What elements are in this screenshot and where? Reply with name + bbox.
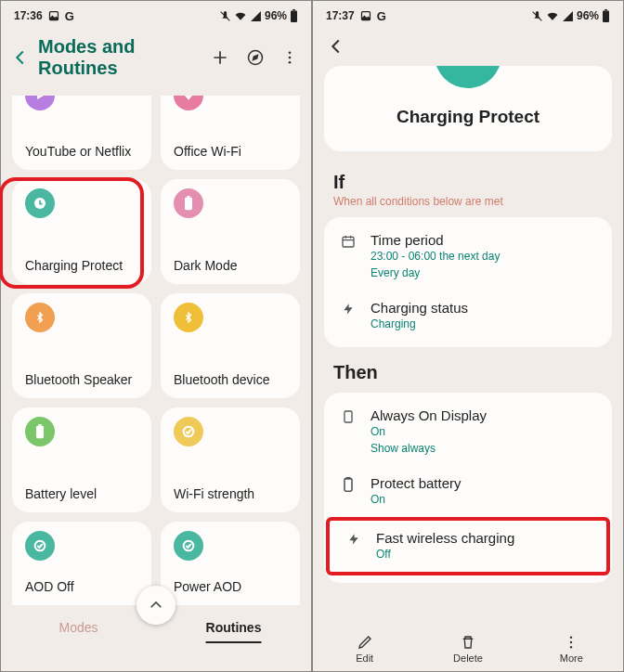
- tile-label: YouTube or Netflix: [25, 144, 138, 164]
- battery-icon: [602, 9, 610, 22]
- svg-rect-10: [38, 424, 41, 426]
- more-button[interactable]: More: [520, 627, 623, 671]
- scroll-up-button[interactable]: [136, 586, 176, 625]
- routine-tile[interactable]: AOD Off: [12, 522, 151, 605]
- svg-rect-16: [604, 9, 607, 10]
- battery-icon: [290, 9, 298, 22]
- row-line: 23:00 - 06:00 the next day: [370, 248, 597, 265]
- app-header: Modes and Routines: [1, 27, 311, 96]
- phone-right: 17:37 G 96% Charging Protect If When all…: [312, 0, 624, 672]
- svg-point-4: [289, 51, 292, 54]
- google-icon: G: [65, 9, 74, 23]
- svg-rect-19: [344, 411, 352, 422]
- action-row[interactable]: Protect battery On: [324, 466, 612, 517]
- page-title: Modes and Routines: [38, 36, 203, 79]
- discover-button[interactable]: [246, 48, 265, 67]
- delete-button[interactable]: Delete: [416, 627, 519, 671]
- tab-modes[interactable]: Modes: [1, 605, 156, 650]
- back-button[interactable]: [313, 27, 623, 57]
- row-line: On: [370, 423, 597, 440]
- wifi-icon: [546, 10, 559, 22]
- action-row-fast-wireless[interactable]: Fast wireless charging Off: [326, 517, 610, 575]
- if-section: If When all conditions below are met Tim…: [313, 170, 623, 355]
- row-line: Every day: [370, 265, 597, 281]
- svg-point-5: [289, 57, 292, 59]
- more-button[interactable]: [281, 48, 298, 67]
- svg-rect-11: [36, 426, 44, 439]
- phone-left: 17:36 G 96% Modes and Routines YouTube o…: [0, 0, 312, 672]
- battery-percent: 96%: [265, 9, 287, 22]
- routine-tile[interactable]: Office Wi-Fi: [161, 96, 300, 170]
- routine-tile[interactable]: Charging Protect: [12, 179, 151, 284]
- action-label: Edit: [356, 653, 373, 664]
- back-button[interactable]: [10, 47, 31, 68]
- if-card: Time period 23:00 - 06:00 the next day E…: [324, 217, 612, 347]
- action-label: Delete: [453, 653, 483, 664]
- if-heading: If: [324, 170, 612, 195]
- status-time: 17:37: [326, 9, 355, 22]
- wifi-icon: [234, 10, 247, 22]
- tile-label: Bluetooth Speaker: [25, 372, 138, 393]
- check-icon: [25, 531, 55, 561]
- edit-button[interactable]: Edit: [313, 627, 416, 671]
- row-line: Show always: [370, 440, 597, 457]
- row-line: Charging: [370, 316, 597, 332]
- tile-label: Wi-Fi strength: [174, 486, 287, 507]
- status-time: 17:36: [14, 9, 43, 22]
- condition-row[interactable]: Charging status Charging: [324, 291, 612, 342]
- routine-tile[interactable]: Wi-Fi strength: [161, 407, 300, 512]
- add-button[interactable]: [211, 48, 229, 67]
- action-label: More: [560, 653, 583, 664]
- mute-icon: [219, 10, 231, 22]
- svg-rect-9: [185, 198, 192, 211]
- routine-title: Charging Protect: [396, 107, 540, 127]
- tile-label: Dark Mode: [174, 258, 287, 278]
- routine-tile[interactable]: Battery level: [12, 407, 151, 512]
- svg-rect-8: [187, 196, 189, 198]
- routine-tile[interactable]: YouTube or Netflix: [12, 96, 151, 170]
- routine-tile[interactable]: Dark Mode: [161, 179, 300, 284]
- check-icon: [174, 531, 203, 561]
- signal-icon: [250, 10, 262, 22]
- routine-tile[interactable]: Power AOD: [161, 522, 300, 605]
- routine-tile[interactable]: Bluetooth Speaker: [12, 293, 151, 398]
- tab-routines[interactable]: Routines: [156, 605, 311, 650]
- bluetooth-icon: [25, 303, 55, 332]
- row-title: Time period: [370, 232, 597, 248]
- battery-percent: 96%: [577, 9, 599, 22]
- tile-label: Power AOD: [174, 579, 287, 600]
- status-bar: 17:36 G 96%: [1, 1, 311, 27]
- battery-icon: [339, 475, 358, 492]
- condition-row[interactable]: Time period 23:00 - 06:00 the next day E…: [324, 223, 612, 291]
- action-row[interactable]: Always On Display On Show always: [324, 398, 612, 466]
- hero-icon: [435, 66, 501, 88]
- check-icon: [174, 417, 203, 446]
- then-heading: Then: [324, 360, 612, 393]
- row-title: Protect battery: [370, 475, 597, 491]
- bluetooth-icon: [174, 303, 203, 332]
- tile-label: Bluetooth device: [174, 372, 287, 393]
- svg-rect-17: [603, 10, 609, 22]
- tile-label: Office Wi-Fi: [174, 144, 287, 164]
- battery-icon: [25, 417, 55, 446]
- signal-icon: [562, 10, 574, 22]
- bottom-actions: Edit Delete More: [313, 623, 623, 671]
- svg-point-23: [570, 641, 572, 643]
- tile-label: AOD Off: [25, 579, 138, 600]
- if-subheading: When all conditions below are met: [324, 195, 612, 217]
- bolt-icon: [339, 300, 358, 317]
- row-line: On: [370, 491, 597, 508]
- bolt-icon: [344, 530, 363, 547]
- row-title: Charging status: [370, 300, 597, 316]
- routine-tile[interactable]: Bluetooth device: [161, 293, 300, 398]
- tile-label: Battery level: [25, 486, 138, 507]
- image-icon: [48, 10, 59, 21]
- tile-label: Charging Protect: [25, 258, 138, 278]
- svg-rect-1: [292, 9, 295, 10]
- routine-hero: Charging Protect: [324, 66, 612, 151]
- image-icon: [360, 10, 371, 21]
- monitor-icon: [339, 407, 358, 424]
- routines-grid: YouTube or Netflix Office Wi-Fi Charging…: [1, 96, 311, 605]
- svg-point-22: [570, 637, 572, 639]
- then-section: Then Always On Display On Show always Pr…: [313, 360, 623, 590]
